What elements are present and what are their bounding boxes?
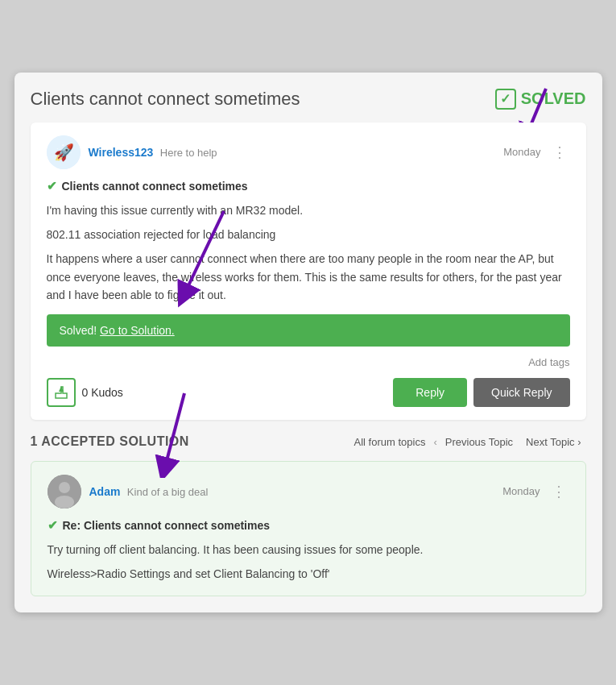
solution-subject: ✔ Re: Clients cannot connect sometimes <box>48 518 569 533</box>
author-tag: Here to help <box>160 147 217 159</box>
solved-check-icon: ✓ <box>495 89 516 110</box>
post-options-menu[interactable]: ⋮ <box>549 143 570 161</box>
next-topic-link[interactable]: Next Topic › <box>521 433 585 451</box>
solution-body-line2: Wireless>Radio Settings and set Client B… <box>48 565 569 583</box>
solution-options-menu[interactable]: ⋮ <box>548 483 569 500</box>
kudos-button[interactable] <box>47 378 76 407</box>
author-name[interactable]: Wireless123 <box>89 146 154 159</box>
svg-text:🚀: 🚀 <box>53 143 73 162</box>
svg-point-7 <box>59 482 70 493</box>
quick-reply-button[interactable]: Quick Reply <box>473 378 569 407</box>
avatar-rocket-icon: 🚀 <box>47 135 81 169</box>
solution-author-info: Adam Kind of a big deal <box>89 484 209 499</box>
all-forum-topics-link[interactable]: All forum topics <box>349 433 431 451</box>
solution-author-tag: Kind of a big deal <box>127 486 208 498</box>
solution-author-avatar <box>48 475 81 509</box>
solution-author: Adam Kind of a big deal <box>48 475 209 509</box>
solution-post-header: Adam Kind of a big deal Monday ⋮ <box>48 475 569 509</box>
post-header: 🚀 Wireless123 Here to help Monday ⋮ <box>47 135 570 169</box>
solution-check-icon: ✔ <box>48 518 58 533</box>
post-subject-text: Clients cannot connect sometimes <box>62 180 248 193</box>
reply-button[interactable]: Reply <box>393 378 467 407</box>
prev-topic-sep: ‹ <box>433 436 436 448</box>
post-meta: Monday ⋮ <box>503 143 569 161</box>
solved-banner: Solved! Go to Solution. <box>47 314 570 347</box>
add-tags[interactable]: Add tags <box>47 356 570 368</box>
subject-check-icon: ✔ <box>47 179 57 193</box>
solution-post-meta: Monday ⋮ <box>502 483 568 500</box>
solved-banner-text: Solved! <box>60 324 101 337</box>
action-buttons: Reply Quick Reply <box>393 378 569 407</box>
page-title: Clients cannot connect sometimes <box>31 89 300 110</box>
topic-nav: All forum topics ‹ Previous Topic Next T… <box>349 433 586 451</box>
solution-card: Adam Kind of a big deal Monday ⋮ ✔ Re: C… <box>31 461 586 597</box>
solution-author-name[interactable]: Adam <box>89 485 121 498</box>
post-author: 🚀 Wireless123 Here to help <box>47 135 217 169</box>
post-subject: ✔ Clients cannot connect sometimes <box>47 179 570 193</box>
solution-subject-text: Re: Clients cannot connect sometimes <box>63 519 271 532</box>
post-card: 🚀 Wireless123 Here to help Monday ⋮ ✔ Cl… <box>31 122 586 420</box>
solution-timestamp: Monday <box>502 485 540 497</box>
author-info: Wireless123 Here to help <box>89 145 217 160</box>
author-avatar: 🚀 <box>47 135 81 169</box>
thumbs-up-icon <box>54 385 68 400</box>
post-body-line2: 802.11 association rejected for load bal… <box>47 226 570 243</box>
solved-badge: ✓ SOLVED <box>495 89 586 110</box>
person-avatar-icon <box>48 475 81 509</box>
svg-point-8 <box>55 496 74 509</box>
kudos-section: 0 Kudos <box>47 378 123 407</box>
post-body-line3: It happens where a user cannot connect w… <box>47 250 570 304</box>
previous-topic-link[interactable]: Previous Topic <box>440 433 518 451</box>
post-timestamp: Monday <box>503 146 540 158</box>
post-footer: 0 Kudos Reply Quick Reply <box>47 378 570 407</box>
go-to-solution-link[interactable]: Go to Solution. <box>100 324 175 337</box>
solutions-title: 1 ACCEPTED SOLUTION <box>31 434 189 449</box>
solved-label: SOLVED <box>521 89 586 108</box>
post-body-line1: I'm having this issue currently with an … <box>47 201 570 219</box>
kudos-count: 0 Kudos <box>82 386 123 399</box>
solution-body-line1: Try turning off client balancing. It has… <box>48 541 569 558</box>
solutions-header: 1 ACCEPTED SOLUTION All forum topics ‹ P… <box>31 433 586 451</box>
